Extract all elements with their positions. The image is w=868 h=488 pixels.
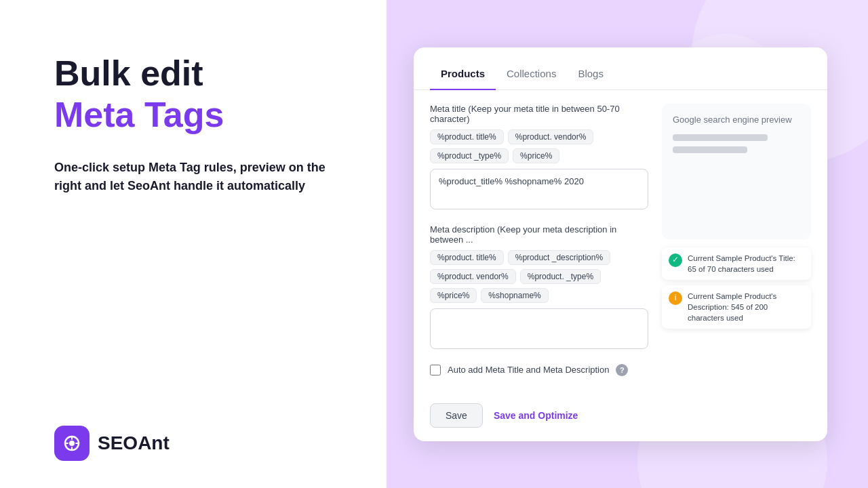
brand: SEOAnt <box>54 426 346 461</box>
meta-title-input[interactable]: %product_title% %shopname% 2020 <box>430 169 648 209</box>
left-content: Bulk edit Meta Tags One-click setup Meta… <box>54 54 346 426</box>
meta-title-label: Meta title (Keep your meta title in betw… <box>430 104 648 124</box>
tag-desc-product-title[interactable]: %product. title% <box>430 250 504 265</box>
tab-blogs[interactable]: Blogs <box>567 61 614 90</box>
google-preview-title: Google search engine preview <box>673 115 800 125</box>
preview-line-url <box>673 134 768 141</box>
status-badge-title: ✓ Current Sample Product's Title: 65 of … <box>662 247 811 280</box>
google-preview-box: Google search engine preview <box>662 104 811 239</box>
preview-line-desc <box>673 146 747 153</box>
right-panel: Products Collections Blogs Meta title (K… <box>387 0 868 488</box>
status-badge-desc: i Current Sample Product's Description: … <box>662 285 811 329</box>
badge-title-text: Current Sample Product's Title: 65 of 70… <box>688 253 804 274</box>
title-meta: Meta Tags <box>54 96 346 134</box>
tag-price[interactable]: %price% <box>513 148 559 163</box>
save-button[interactable]: Save <box>430 403 483 428</box>
main-card: Products Collections Blogs Meta title (K… <box>414 47 827 441</box>
tabs-bar: Products Collections Blogs <box>414 47 827 90</box>
tag-desc-description[interactable]: %product _description% <box>508 250 610 265</box>
subtitle: One-click setup Meta Tag rules, preview … <box>54 159 346 195</box>
svg-point-1 <box>69 441 75 446</box>
meta-desc-tags: %product. title% %product _description% … <box>430 250 648 303</box>
tag-desc-vendor[interactable]: %product. vendor% <box>430 269 516 284</box>
meta-desc-group: Meta description (Keep your meta descrip… <box>430 224 648 352</box>
auto-add-row: Auto add Meta Title and Meta Description… <box>430 364 648 376</box>
meta-title-tags: %product. title% %product. vendor% %prod… <box>430 129 648 163</box>
help-icon[interactable]: ? <box>616 364 628 376</box>
meta-desc-label: Meta description (Keep your meta descrip… <box>430 224 648 245</box>
tag-product-type[interactable]: %product _type% <box>430 148 509 163</box>
form-section: Meta title (Keep your meta title in betw… <box>430 104 648 390</box>
seoant-logo-icon <box>54 426 90 461</box>
preview-section: Google search engine preview ✓ Current S… <box>662 104 811 390</box>
badge-desc-text: Current Sample Product's Description: 54… <box>688 291 804 323</box>
footer-buttons: Save Save and Optimize <box>414 403 827 441</box>
card-body: Meta title (Keep your meta title in betw… <box>414 90 827 403</box>
auto-add-checkbox[interactable] <box>430 365 441 375</box>
tab-products[interactable]: Products <box>430 61 496 90</box>
success-icon: ✓ <box>669 253 682 267</box>
status-badges: ✓ Current Sample Product's Title: 65 of … <box>662 247 811 329</box>
auto-add-label: Auto add Meta Title and Meta Description <box>448 365 609 375</box>
tag-product-title[interactable]: %product. title% <box>430 129 504 144</box>
warning-icon: i <box>669 291 682 305</box>
title-bulk: Bulk edit <box>54 54 346 93</box>
tab-collections[interactable]: Collections <box>496 61 567 90</box>
left-panel: Bulk edit Meta Tags One-click setup Meta… <box>0 0 387 488</box>
brand-name: SEOAnt <box>98 432 170 454</box>
meta-title-group: Meta title (Keep your meta title in betw… <box>430 104 648 212</box>
tag-desc-shopname[interactable]: %shopname% <box>481 288 548 303</box>
meta-desc-input[interactable] <box>430 308 648 349</box>
tag-product-vendor[interactable]: %product. vendor% <box>508 129 594 144</box>
save-optimize-button[interactable]: Save and Optimize <box>494 410 578 421</box>
tag-desc-type[interactable]: %product. _type% <box>520 269 601 284</box>
tag-desc-price[interactable]: %price% <box>430 288 477 303</box>
